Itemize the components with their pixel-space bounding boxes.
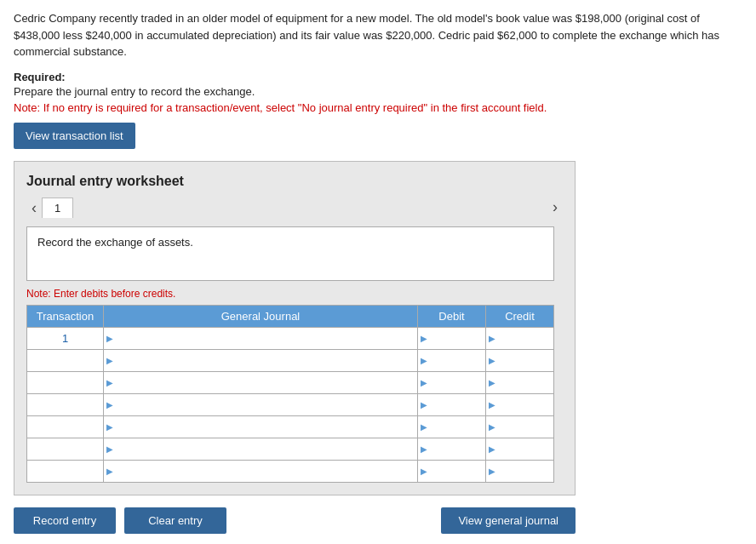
table-row-transaction-5: [27, 438, 104, 460]
table-row-debit-2[interactable]: [418, 371, 486, 393]
table-row-debit-3[interactable]: [418, 393, 486, 415]
credit-input-4[interactable]: [486, 416, 553, 438]
general-journal-input-3[interactable]: [104, 394, 417, 415]
tab-row: ‹ 1 ›: [26, 198, 563, 218]
table-row-transaction-0: 1: [27, 327, 104, 349]
description-box: Record the exchange of assets.: [26, 226, 554, 281]
col-header-debit: Debit: [418, 305, 486, 327]
table-row-credit-3[interactable]: [486, 393, 554, 415]
debit-input-5[interactable]: [418, 438, 485, 460]
note-debits: Note: Enter debits before credits.: [26, 288, 563, 300]
table-row-transaction-2: [27, 371, 104, 393]
table-row-debit-1[interactable]: [418, 349, 486, 371]
worksheet-title: Journal entry worksheet: [26, 174, 563, 189]
table-row-credit-5[interactable]: [486, 438, 554, 460]
table-row-general-journal-2[interactable]: [104, 371, 418, 393]
table-row-general-journal-5[interactable]: [104, 438, 418, 460]
table-row-debit-0[interactable]: [418, 327, 486, 349]
table-row-general-journal-1[interactable]: [104, 349, 418, 371]
table-row-debit-5[interactable]: [418, 438, 486, 460]
required-note: Note: If no entry is required for a tran…: [14, 101, 742, 114]
general-journal-input-2[interactable]: [104, 372, 417, 393]
credit-input-6[interactable]: [486, 461, 553, 482]
table-row-general-journal-3[interactable]: [104, 393, 418, 415]
general-journal-input-4[interactable]: [104, 416, 417, 438]
table-row-transaction-6: [27, 460, 104, 482]
clear-entry-button[interactable]: Clear entry: [124, 507, 226, 534]
credit-input-5[interactable]: [486, 438, 553, 460]
required-label: Required:: [14, 71, 742, 83]
table-row-credit-4[interactable]: [486, 415, 554, 438]
general-journal-input-6[interactable]: [104, 461, 417, 482]
table-row-transaction-3: [27, 393, 104, 415]
view-general-journal-button[interactable]: View general journal: [441, 507, 576, 534]
debit-input-4[interactable]: [418, 416, 485, 438]
debit-input-2[interactable]: [418, 372, 485, 393]
table-row-debit-6[interactable]: [418, 460, 486, 482]
footer-buttons: Record entry Clear entry View general jo…: [14, 507, 576, 534]
general-journal-input-1[interactable]: [104, 350, 417, 371]
debit-input-6[interactable]: [418, 461, 485, 482]
record-entry-button[interactable]: Record entry: [14, 507, 116, 534]
tab-number[interactable]: 1: [42, 198, 73, 218]
col-header-general-journal: General Journal: [104, 305, 418, 327]
general-journal-input-0[interactable]: [104, 328, 417, 349]
next-tab-button[interactable]: ›: [547, 198, 563, 216]
table-row-credit-0[interactable]: [486, 327, 554, 349]
col-header-credit: Credit: [486, 305, 554, 327]
credit-input-2[interactable]: [486, 372, 553, 393]
debit-input-3[interactable]: [418, 394, 485, 415]
journal-table: Transaction General Journal Debit Credit…: [26, 305, 554, 483]
table-row-credit-2[interactable]: [486, 371, 554, 393]
table-row-credit-1[interactable]: [486, 349, 554, 371]
debit-input-0[interactable]: [418, 328, 485, 349]
debit-input-1[interactable]: [418, 350, 485, 371]
prev-tab-button[interactable]: ‹: [26, 200, 42, 215]
col-header-transaction: Transaction: [27, 305, 104, 327]
required-section: Required: Prepare the journal entry to r…: [14, 71, 742, 114]
table-row-credit-6[interactable]: [486, 460, 554, 482]
general-journal-input-5[interactable]: [104, 438, 417, 460]
table-row-general-journal-0[interactable]: [104, 327, 418, 349]
credit-input-0[interactable]: [486, 328, 553, 349]
credit-input-1[interactable]: [486, 350, 553, 371]
required-instruction: Prepare the journal entry to record the …: [14, 85, 742, 98]
table-row-general-journal-4[interactable]: [104, 415, 418, 438]
view-transaction-button[interactable]: View transaction list: [14, 123, 135, 149]
table-row-debit-4[interactable]: [418, 415, 486, 438]
credit-input-3[interactable]: [486, 394, 553, 415]
intro-text: Cedric Company recently traded in an old…: [14, 10, 742, 60]
table-row-general-journal-6[interactable]: [104, 460, 418, 482]
table-row-transaction-4: [27, 415, 104, 438]
table-row-transaction-1: [27, 349, 104, 371]
journal-entry-worksheet: Journal entry worksheet ‹ 1 › Record the…: [14, 161, 576, 495]
